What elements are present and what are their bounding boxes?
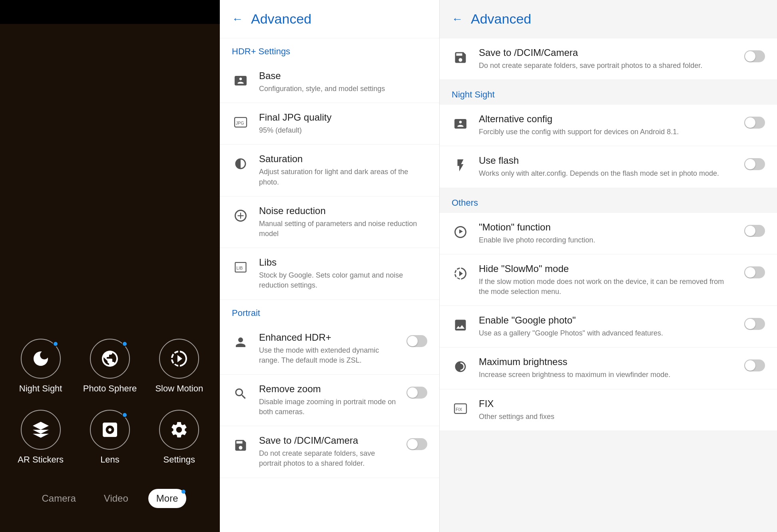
alt-config-icon [452,115,469,133]
use-flash-desc: Works only with alter.config. Depends on… [479,169,735,179]
final-jpg-desc: 95% (default) [259,125,427,135]
remove-zoom-desc: Disable image zooming in portrait mode o… [259,397,397,417]
settings-item-saturation[interactable]: Saturation Adjust saturation for light a… [220,145,439,196]
settings-item-save-dcim-mid[interactable]: Save to /DCIM/Camera Do not create separ… [220,426,439,478]
max-brightness-title: Maximum brightness [479,356,735,367]
settings-icon-circle [159,410,199,450]
lens-label: Lens [100,455,120,465]
settings-item-enhanced-hdr[interactable]: Enhanced HDR+ Use the mode with extended… [220,323,439,375]
save-dcim-top-icon [452,49,469,66]
moon-icon [31,349,50,368]
tab-video[interactable]: Video [96,489,136,508]
section-night-sight: Night Sight [440,80,777,105]
right-panel-title: Advanced [471,11,531,27]
libs-title: Libs [259,257,427,268]
motion-function-desc: Enable live photo recording function. [479,235,735,245]
ar-icon [31,420,50,439]
camera-mode-slow-motion[interactable]: Slow Motion [151,339,208,394]
saturation-icon [232,155,249,173]
enable-google-photo-title: Enable "Google photo" [479,315,735,326]
hide-slowmo-text: Hide "SlowMo" mode If the slow motion mo… [479,263,735,297]
more-tab-dot [181,490,185,494]
settings-item-base[interactable]: Base Configuration, style, and model set… [220,62,439,103]
tab-more[interactable]: More [148,489,186,508]
use-flash-toggle[interactable] [744,158,765,170]
enable-google-photo-icon [452,316,469,334]
use-flash-title: Use flash [479,155,735,166]
sphere-icon [100,349,120,368]
use-flash-text: Use flash Works only with alter.config. … [479,155,735,179]
settings-item-save-dcim-top[interactable]: Save to /DCIM/Camera Do not create separ… [440,38,777,80]
settings-item-motion-function[interactable]: "Motion" function Enable live photo reco… [440,213,777,254]
ar-stickers-icon-circle [21,410,61,450]
enhanced-hdr-title: Enhanced HDR+ [259,332,397,343]
hide-slowmo-toggle[interactable] [744,266,765,278]
final-jpg-title: Final JPG quality [259,112,427,123]
save-dcim-mid-toggle[interactable] [406,438,427,450]
middle-back-button[interactable]: ← [232,13,243,26]
slowmo-icon [169,349,189,368]
night-sight-dot [53,341,58,347]
remove-zoom-icon [232,385,249,403]
camera-mode-photo-sphere[interactable]: Photo Sphere [81,339,138,394]
slow-motion-label: Slow Motion [155,383,203,394]
section-portrait: Portrait [220,300,439,323]
fix-title: FIX [479,398,765,409]
alt-config-desc: Forcibly use the config with support for… [479,127,735,137]
svg-text:LIB: LIB [237,266,243,270]
settings-item-max-brightness[interactable]: Maximum brightness Increase screen brigh… [440,347,777,389]
tab-camera[interactable]: Camera [34,489,84,508]
ar-stickers-label: AR Stickers [18,455,64,465]
save-dcim-mid-desc: Do not create separate folders, save por… [259,449,397,468]
hide-slowmo-title: Hide "SlowMo" mode [479,263,735,274]
camera-mode-night-sight[interactable]: Night Sight [12,339,69,394]
saturation-desc: Adjust saturation for light and dark are… [259,167,427,187]
saturation-title: Saturation [259,153,427,165]
save-dcim-mid-text: Save to /DCIM/Camera Do not create separ… [259,435,397,468]
right-panel-header: ← Advanced [440,0,777,38]
libs-desc: Stock by Google. Sets color gamut and no… [259,270,427,290]
settings-item-use-flash[interactable]: Use flash Works only with alter.config. … [440,146,777,188]
save-dcim-top-toggle[interactable] [744,50,765,62]
svg-text:FIX: FIX [456,407,462,412]
settings-item-hide-slowmo[interactable]: Hide "SlowMo" mode If the slow motion mo… [440,254,777,306]
enhanced-hdr-toggle[interactable] [406,335,427,347]
save-dcim-top-text: Save to /DCIM/Camera Do not create separ… [479,47,735,71]
alt-config-text: Alternative config Forcibly use the conf… [479,113,735,137]
camera-mode-lens[interactable]: Lens [81,410,138,465]
camera-mode-settings[interactable]: Settings [151,410,208,465]
enable-google-photo-desc: Use as a gallery "Google Photos" with ad… [479,328,735,338]
hide-slowmo-icon [452,265,469,282]
remove-zoom-toggle[interactable] [406,387,427,399]
max-brightness-icon [452,358,469,375]
settings-item-fix[interactable]: FIX FIX Other settings and fixes [440,389,777,431]
settings-item-enable-google-photo[interactable]: Enable "Google photo" Use as a gallery "… [440,306,777,347]
save-dcim-top-title: Save to /DCIM/Camera [479,47,735,58]
camera-mode-ar-stickers[interactable]: AR Stickers [12,410,69,465]
saturation-text: Saturation Adjust saturation for light a… [259,153,427,187]
use-flash-icon [452,157,469,174]
enable-google-photo-toggle[interactable] [744,318,765,330]
settings-item-libs[interactable]: LIB Libs Stock by Google. Sets color gam… [220,248,439,300]
fix-text: FIX Other settings and fixes [479,398,765,422]
base-desc: Configuration, style, and model settings [259,84,427,94]
motion-function-toggle[interactable] [744,225,765,237]
gear-icon [169,420,189,439]
middle-panel-title: Advanced [251,11,311,27]
settings-item-noise-reduction[interactable]: Noise reduction Manual setting of parame… [220,197,439,248]
max-brightness-toggle[interactable] [744,359,765,371]
settings-item-final-jpg[interactable]: JPG Final JPG quality 95% (default) [220,103,439,145]
lens-dot [122,412,128,418]
lens-icon-circle [90,410,130,450]
base-title: Base [259,70,427,81]
photo-sphere-dot [122,341,128,347]
alt-config-toggle[interactable] [744,117,765,129]
settings-item-alt-config[interactable]: Alternative config Forcibly use the conf… [440,105,777,146]
enhanced-hdr-text: Enhanced HDR+ Use the mode with extended… [259,332,397,365]
section-hdr-settings: HDR+ Settings [220,38,439,62]
photo-sphere-icon-circle [90,339,130,379]
night-sight-label: Night Sight [19,383,62,394]
settings-item-remove-zoom[interactable]: Remove zoom Disable image zooming in por… [220,375,439,426]
final-jpg-text: Final JPG quality 95% (default) [259,112,427,135]
right-back-button[interactable]: ← [452,13,463,26]
